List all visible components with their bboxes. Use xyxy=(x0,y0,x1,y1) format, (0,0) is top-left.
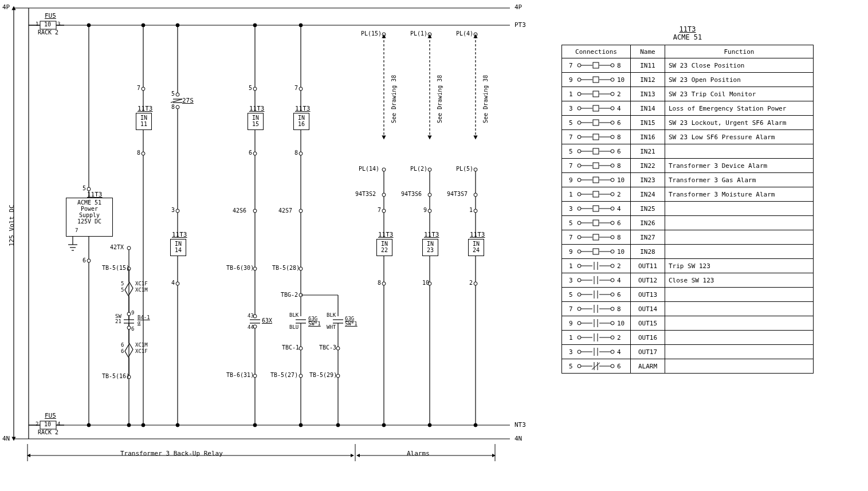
svg-point-193 xyxy=(611,135,614,139)
cell-connections: 5 6 xyxy=(562,288,631,302)
svg-point-224 xyxy=(578,207,581,210)
svg-point-161 xyxy=(578,78,581,81)
branch-42tx xyxy=(124,246,134,427)
svg-point-35 xyxy=(127,246,131,250)
svg-text:5: 5 xyxy=(569,119,573,127)
cell-name: IN12 xyxy=(631,73,665,87)
svg-point-55 xyxy=(176,93,179,96)
in11-b8: 8 xyxy=(137,150,140,156)
svg-text:4: 4 xyxy=(617,277,621,284)
tb29: TB-5(29) xyxy=(309,372,337,378)
cell-function xyxy=(665,144,814,159)
svg-line-58 xyxy=(171,99,182,103)
in16-ref: 11T3 xyxy=(295,105,311,112)
cell-name: OUT12 xyxy=(631,273,665,288)
in16-tbg2: TBG-2 xyxy=(281,292,298,298)
al-see-3: See Drawing 38 xyxy=(483,75,489,123)
tb515: TB-5(15) xyxy=(102,265,129,271)
cell-name: IN13 xyxy=(631,87,665,101)
svg-point-118 xyxy=(382,209,386,213)
svg-point-200 xyxy=(611,150,614,153)
svg-rect-198 xyxy=(593,148,599,154)
svg-point-196 xyxy=(578,150,581,153)
xcd-l1: 6 xyxy=(121,343,124,348)
table-row: 7 8 IN27 xyxy=(562,230,814,245)
cell-connections: 9 10 xyxy=(562,73,631,87)
cell-connections: 7 8 xyxy=(562,159,631,173)
al-r3: 94T3S7 xyxy=(447,191,468,197)
svg-point-104 xyxy=(336,347,340,350)
svg-point-203 xyxy=(578,164,581,167)
svg-text:2: 2 xyxy=(617,334,621,341)
in11-ref: 11T3 xyxy=(138,105,153,112)
cell-name: IN11 xyxy=(631,58,665,73)
svg-point-70 xyxy=(253,152,257,155)
svg-point-182 xyxy=(578,121,581,124)
al-pl2: PL(2) xyxy=(410,166,427,172)
svg-text:3: 3 xyxy=(569,277,573,284)
svg-point-26 xyxy=(87,259,91,262)
svg-text:1: 1 xyxy=(569,334,573,341)
svg-text:7: 7 xyxy=(569,133,573,141)
cell-name: IN14 xyxy=(631,101,665,116)
svg-point-186 xyxy=(611,121,614,124)
table-row: 1 2 OUT11Trip SW 123 xyxy=(562,259,814,273)
tbc1: TBC-1 xyxy=(282,345,299,351)
table-row: 5 6 ALARM xyxy=(562,359,814,374)
in15-tb30: TB-6(30) xyxy=(226,265,254,271)
in15-tb31: TB-6(31) xyxy=(226,372,254,378)
al-t3: 1 xyxy=(469,207,473,213)
svg-point-116 xyxy=(382,193,386,197)
svg-text:3: 3 xyxy=(569,205,573,213)
svg-point-305 xyxy=(611,350,614,353)
xcd-b: XC1F xyxy=(135,349,148,354)
svg-point-84 xyxy=(299,87,303,91)
in15-6: 6 xyxy=(249,150,252,156)
svg-rect-240 xyxy=(593,234,599,240)
cell-function xyxy=(665,288,814,302)
svg-point-214 xyxy=(611,178,614,182)
al-ref2: 11T3 xyxy=(424,231,439,238)
fuse-bot-rack: RACK 2 xyxy=(38,430,58,435)
svg-point-257 xyxy=(611,264,614,268)
cell-connections: 9 10 xyxy=(562,173,631,187)
ps-ref: 11T3 xyxy=(87,191,103,198)
svg-point-87 xyxy=(299,152,303,155)
cell-connections: 7 8 xyxy=(562,230,631,245)
dc-voltage-label: 125 Volt DC xyxy=(9,205,15,246)
svg-point-210 xyxy=(578,178,581,182)
cell-function xyxy=(665,331,814,345)
cap1-bot: BLU xyxy=(289,325,299,330)
svg-text:2: 2 xyxy=(617,91,621,98)
ps-l3: Supply xyxy=(68,212,111,218)
cell-connections: 1 2 xyxy=(562,331,631,345)
svg-point-165 xyxy=(611,78,614,81)
svg-point-89 xyxy=(299,209,303,213)
svg-text:9: 9 xyxy=(569,248,573,256)
svg-text:3: 3 xyxy=(569,105,573,112)
table-row: 3 4 IN25 xyxy=(562,202,814,216)
svg-rect-233 xyxy=(593,220,599,226)
fuse-bot-lt: 2 xyxy=(36,422,38,427)
ps-l4: 125V DC xyxy=(68,218,111,225)
svg-point-265 xyxy=(611,278,614,282)
cell-function: Transformer 3 Device Alarm xyxy=(665,159,814,173)
cap2-top: BLK xyxy=(327,313,336,318)
svg-text:2: 2 xyxy=(617,191,621,198)
svg-rect-226 xyxy=(593,206,599,211)
table-row: 5 6 IN21 xyxy=(562,144,814,159)
svg-point-52 xyxy=(142,152,145,155)
in15-ref: 11T3 xyxy=(249,105,265,112)
section-left: Transformer 3 Back-Up Relay xyxy=(120,450,223,457)
svg-point-281 xyxy=(611,307,614,311)
svg-point-172 xyxy=(611,92,614,96)
cell-function xyxy=(665,302,814,316)
bus-4n-left: 4N xyxy=(2,435,10,442)
svg-rect-247 xyxy=(593,249,599,254)
bus-4n-right: 4N xyxy=(514,435,522,442)
svg-point-59 xyxy=(176,105,179,109)
svg-point-175 xyxy=(578,107,581,110)
svg-rect-156 xyxy=(593,62,599,68)
svg-point-79 xyxy=(253,325,257,328)
cell-function: Close SW 123 xyxy=(665,273,814,288)
